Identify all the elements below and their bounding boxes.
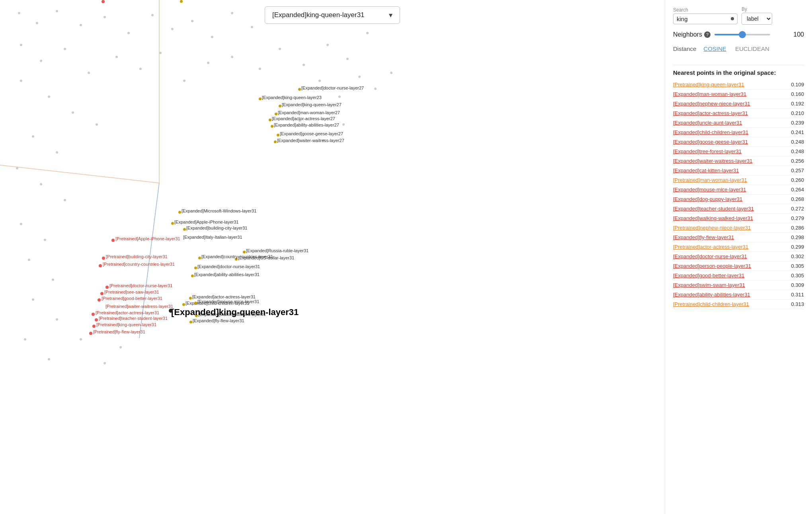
point-doctor-nurse-27[interactable] <box>298 88 301 91</box>
nearest-item: [Expanded]child-children-layer310.241 <box>673 128 804 137</box>
point-country-countries-31[interactable] <box>198 257 201 259</box>
point-child-children-31[interactable] <box>182 303 185 306</box>
nearest-item-name-14[interactable]: [Expanded]walking-walked-layer31 <box>673 215 786 221</box>
search-input[interactable] <box>677 16 728 22</box>
nearest-item-name-23[interactable]: [Pretrained]child-children-layer31 <box>673 301 786 307</box>
point-pretrained-country-countries[interactable] <box>99 264 102 267</box>
nearest-item-name-17[interactable]: [Pretrained]actor-actress-layer31 <box>673 244 786 250</box>
point-italy-italian[interactable] <box>180 0 183 3</box>
nearest-item-name-7[interactable]: [Expanded]tree-forest-layer31 <box>673 148 786 154</box>
distance-cosine[interactable]: COSINE <box>702 45 728 53</box>
gray-point-43 <box>24 338 26 341</box>
gray-point-20 <box>207 62 209 64</box>
point-king-queen-23[interactable] <box>259 97 262 100</box>
label-doctor-nurse-27: [Expanded]doctor-nurse-layer27 <box>301 86 364 90</box>
nearest-item-value-17: 0.299 <box>786 244 804 250</box>
nearest-item-value-8: 0.256 <box>786 158 804 164</box>
gray-point-21 <box>231 56 233 58</box>
nearest-item-name-12[interactable]: [Expanded]dog-puppy-layer31 <box>673 196 786 202</box>
nearest-item-name-22[interactable]: [Expanded]ability-abilities-layer31 <box>673 292 786 298</box>
nearest-item-value-11: 0.264 <box>786 187 804 193</box>
point-pretrained-fly-flew[interactable] <box>89 332 92 335</box>
point-pretrained-king-queen-31[interactable] <box>92 325 96 328</box>
nearest-item: [Pretrained]nephew-niece-layer310.286 <box>673 223 804 233</box>
label-pretrained-waiter-waitress: [Pretrained]waiter-waitress-layer31 <box>105 304 173 309</box>
nearest-item-name-5[interactable]: [Expanded]child-children-layer31 <box>673 129 786 135</box>
label-pretrained-king-queen-31: [Pretrained]king-queen-layer31 <box>96 322 156 327</box>
nearest-item-name-15[interactable]: [Pretrained]nephew-niece-layer31 <box>673 225 786 231</box>
by-group: By label vector <box>742 6 772 25</box>
nearest-item-name-11[interactable]: [Expanded]mouse-mice-layer31 <box>673 187 786 193</box>
point-russia-ruble[interactable] <box>243 251 246 253</box>
svg-line-2 <box>139 183 159 338</box>
nearest-item: [Expanded]ability-abilities-layer310.311 <box>673 290 804 300</box>
nearest-item-name-13[interactable]: [Expanded]teacher-student-layer31 <box>673 206 786 212</box>
gray-point-22 <box>259 68 261 70</box>
point-pretrained-see-saw[interactable] <box>100 292 103 295</box>
nearest-item: [Expanded]goose-geese-layer310.248 <box>673 137 804 147</box>
nearest-item-name-0[interactable]: [Pretrained]king-queen-layer31 <box>673 82 786 88</box>
point-pretrained-doctor-nurse[interactable] <box>105 286 109 289</box>
neighbors-slider[interactable] <box>714 34 770 35</box>
by-select[interactable]: label vector <box>742 13 772 25</box>
nearest-item-name-4[interactable]: [Expanded]uncle-aunt-layer31 <box>673 120 786 126</box>
dropdown-container: [Expanded]king-queen-layer31 ▾ <box>265 6 400 24</box>
embedding-dropdown[interactable]: [Expanded]king-queen-layer31 ▾ <box>265 6 400 24</box>
point-king-queen-31-main[interactable] <box>169 309 173 313</box>
nearest-item-value-7: 0.248 <box>786 148 804 154</box>
gray-point-27 <box>366 32 369 34</box>
nearest-item: [Pretrained]child-children-layer310.313 <box>673 300 804 309</box>
label-pretrained-see-saw: [Pretrained]see-saw-layer31 <box>104 290 159 294</box>
point-doctor-nurse-31[interactable] <box>194 267 197 269</box>
gray-point-13 <box>40 60 42 62</box>
neighbors-value: 100 <box>788 31 804 38</box>
point-walking-walked-31[interactable] <box>195 314 198 317</box>
point-us-dollar[interactable] <box>235 258 238 261</box>
gray-point-29 <box>48 95 50 98</box>
nearest-item-value-22: 0.311 <box>786 292 804 298</box>
label-pretrained-doctor-nurse: [Pretrained]doctor-nurse-layer31 <box>109 283 172 288</box>
point-fly-flew-31[interactable] <box>189 321 192 323</box>
nearest-item-value-2: 0.192 <box>786 101 804 107</box>
point-pretrained-actor-actress[interactable] <box>92 313 95 316</box>
point-ability-abilities-27[interactable] <box>271 125 273 128</box>
gray-point-36 <box>64 199 66 201</box>
point-pretrained-apple-iphone[interactable] <box>111 239 115 242</box>
nearest-item-name-3[interactable]: [Expanded]actor-actress-layer31 <box>673 110 786 116</box>
nearest-item-name-6[interactable]: [Expanded]goose-geese-layer31 <box>673 139 786 145</box>
label-mouse-mice-31: [Expanded]mouse-mice-layer31 <box>197 299 259 304</box>
gray-point-38 <box>44 239 46 241</box>
gray-point-53 <box>299 119 301 122</box>
point-mouse-mice-31[interactable] <box>194 302 197 304</box>
point-pretrained-teacher-student[interactable] <box>95 318 98 321</box>
search-input-wrapper <box>673 14 738 24</box>
point-actor-actress-31[interactable] <box>189 297 192 300</box>
label-king-queen-31-main: [Expanded]king-queen-layer31 <box>171 307 299 317</box>
point-pretrained-good-better[interactable] <box>98 298 101 302</box>
point-man-woman-27[interactable] <box>275 113 277 115</box>
nearest-item-name-19[interactable]: [Expanded]person-people-layer31 <box>673 263 786 269</box>
nearest-item-name-9[interactable]: [Expanded]cat-kitten-layer31 <box>673 167 786 173</box>
distance-euclidean[interactable]: EUCLIDEAN <box>734 45 771 53</box>
nearest-item-name-10[interactable]: [Pretrained]man-woman-layer31 <box>673 177 786 183</box>
point-pretrained-waiter-waitress[interactable] <box>102 0 105 3</box>
point-microsoft-windows[interactable] <box>178 211 181 214</box>
point-waiter-waitress-27[interactable] <box>274 140 277 143</box>
nearest-item-name-18[interactable]: [Expanded]doctor-nurse-layer31 <box>673 253 786 259</box>
point-actor-actress-27[interactable] <box>269 119 271 121</box>
nearest-list: [Pretrained]king-queen-layer310.109[Expa… <box>673 80 804 309</box>
point-king-queen-27[interactable] <box>279 105 281 107</box>
nearest-item-name-8[interactable]: [Expanded]waiter-waitress-layer31 <box>673 158 786 164</box>
nearest-item: [Expanded]good-better-layer310.305 <box>673 271 804 280</box>
point-apple-iphone[interactable] <box>171 222 174 225</box>
point-goose-geese-27[interactable] <box>277 134 279 136</box>
point-ability-abilities-31[interactable] <box>191 275 194 277</box>
neighbors-help-icon[interactable]: ? <box>704 31 710 38</box>
nearest-item-name-21[interactable]: [Expanded]swim-swam-layer31 <box>673 282 786 288</box>
nearest-item-name-20[interactable]: [Expanded]good-better-layer31 <box>673 273 786 278</box>
nearest-item-name-1[interactable]: [Expanded]man-woman-layer31 <box>673 91 786 97</box>
nearest-item-name-2[interactable]: [Expanded]nephew-niece-layer31 <box>673 101 786 107</box>
point-pretrained-building-city[interactable] <box>102 257 105 260</box>
point-building-city[interactable] <box>183 228 186 231</box>
nearest-item-name-16[interactable]: [Expanded]fly-flew-layer31 <box>673 234 786 240</box>
